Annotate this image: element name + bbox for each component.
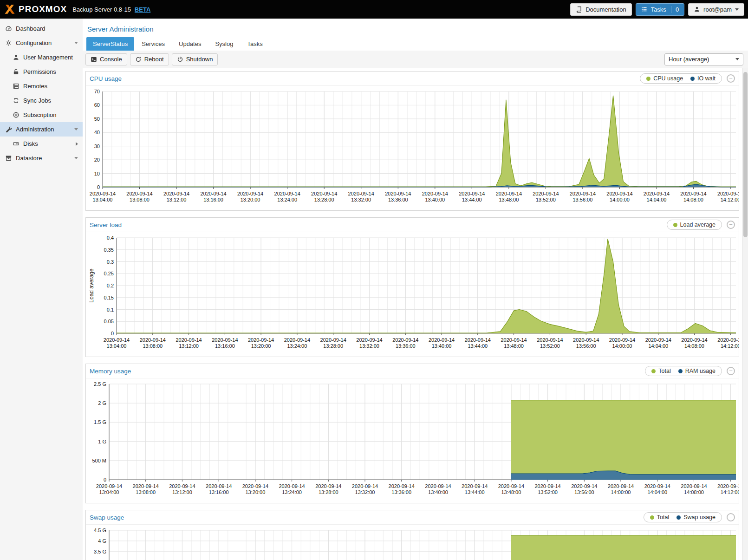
svg-text:2020-09-14: 2020-09-14 xyxy=(140,337,166,343)
svg-text:2020-09-14: 2020-09-14 xyxy=(90,191,116,196)
sidebar-item-label: Subscription xyxy=(23,111,57,118)
tasks-count-badge: 0 xyxy=(671,6,679,13)
svg-text:13:44:00: 13:44:00 xyxy=(462,197,482,202)
sidebar-item-datastore[interactable]: Datastore xyxy=(0,151,83,165)
collapse-panel-icon[interactable]: − xyxy=(727,74,735,83)
svg-text:2020-09-14: 2020-09-14 xyxy=(681,337,707,343)
svg-text:2020-09-14: 2020-09-14 xyxy=(606,191,632,196)
svg-text:13:28:00: 13:28:00 xyxy=(323,343,343,349)
legend-dot-icon xyxy=(676,515,681,520)
svg-text:2020-09-14: 2020-09-14 xyxy=(311,191,337,196)
sidebar-item-user-management[interactable]: User Management xyxy=(0,50,83,65)
svg-text:13:56:00: 13:56:00 xyxy=(574,489,594,495)
tab-serverstatus[interactable]: ServerStatus xyxy=(86,37,134,51)
svg-text:14:12:00: 14:12:00 xyxy=(721,197,739,202)
svg-text:13:44:00: 13:44:00 xyxy=(468,343,488,349)
sidebar-item-dashboard[interactable]: Dashboard xyxy=(0,21,83,36)
svg-text:13:08:00: 13:08:00 xyxy=(143,343,163,349)
svg-text:2020-09-14: 2020-09-14 xyxy=(237,191,263,196)
svg-text:2020-09-14: 2020-09-14 xyxy=(422,191,448,196)
svg-text:2020-09-14: 2020-09-14 xyxy=(645,337,671,343)
svg-text:2 G: 2 G xyxy=(98,400,106,406)
svg-text:2020-09-14: 2020-09-14 xyxy=(425,483,451,489)
svg-text:2020-09-14: 2020-09-14 xyxy=(206,483,232,489)
collapse-panel-icon[interactable]: − xyxy=(727,221,735,229)
shutdown-button[interactable]: Shutdown xyxy=(172,53,218,65)
sidebar-item-permissions[interactable]: Permissions xyxy=(0,65,83,79)
timeframe-select[interactable]: Hour (average) xyxy=(664,53,743,65)
sidebar-item-disks[interactable]: Disks xyxy=(0,137,83,151)
svg-text:14:00:00: 14:00:00 xyxy=(610,197,630,202)
wrench-icon xyxy=(5,126,12,133)
svg-text:500 M: 500 M xyxy=(92,458,106,463)
svg-text:2.5 G: 2.5 G xyxy=(94,381,106,387)
svg-text:13:32:00: 13:32:00 xyxy=(355,489,375,495)
scrollbar-thumb[interactable] xyxy=(743,72,748,237)
sidebar-item-label: Remotes xyxy=(23,83,47,90)
svg-text:2020-09-14: 2020-09-14 xyxy=(429,337,455,343)
reboot-button[interactable]: Reboot xyxy=(130,53,169,65)
svg-text:2020-09-14: 2020-09-14 xyxy=(104,337,130,343)
console-button[interactable]: Console xyxy=(85,53,127,65)
svg-text:3.5 G: 3.5 G xyxy=(94,549,106,554)
svg-text:13:04:00: 13:04:00 xyxy=(107,343,127,349)
expander-chevron-down-icon[interactable] xyxy=(74,128,78,130)
legend-item-total: Total xyxy=(650,514,669,521)
shutdown-label: Shutdown xyxy=(186,56,213,63)
legend-dot-icon xyxy=(651,369,656,373)
sidebar-item-label: Administration xyxy=(16,126,54,133)
user-label: root@pam xyxy=(703,6,732,13)
tab-services[interactable]: Services xyxy=(135,37,171,51)
svg-text:2020-09-14: 2020-09-14 xyxy=(348,191,374,196)
chart-swap-usage: 0500 M1 G1.5 G2 G2.5 G3 G3.5 G4 G4.5 G20… xyxy=(86,525,739,560)
panel-title: Memory usage xyxy=(90,368,131,375)
legend-item-load-average: Load average xyxy=(673,221,715,228)
legend-item-total: Total xyxy=(651,368,670,374)
svg-text:2020-09-14: 2020-09-14 xyxy=(248,337,274,343)
collapse-panel-icon[interactable]: − xyxy=(727,367,735,375)
sidebar-item-remotes[interactable]: Remotes xyxy=(0,79,83,93)
expander-chevron-down-icon[interactable] xyxy=(74,157,78,159)
collapse-panel-icon[interactable]: − xyxy=(727,513,735,521)
svg-text:14:12:00: 14:12:00 xyxy=(721,343,739,349)
expander-chevron-down-icon[interactable] xyxy=(74,42,78,44)
svg-text:2020-09-14: 2020-09-14 xyxy=(717,337,739,343)
tab-tasks[interactable]: Tasks xyxy=(241,37,269,51)
svg-text:2020-09-14: 2020-09-14 xyxy=(496,191,522,196)
beta-link[interactable]: BETA xyxy=(135,6,150,13)
tab-updates[interactable]: Updates xyxy=(172,37,208,51)
svg-text:60: 60 xyxy=(94,102,100,108)
sidebar-nav: DashboardConfigurationUser ManagementPer… xyxy=(0,19,83,560)
chart-svg-server-load: 00.050.10.150.20.250.30.350.42020-09-141… xyxy=(86,233,739,355)
svg-text:13:52:00: 13:52:00 xyxy=(538,489,558,495)
sidebar-item-sync-jobs[interactable]: Sync Jobs xyxy=(0,93,83,108)
sidebar-item-administration[interactable]: Administration xyxy=(0,122,83,137)
svg-text:4.5 G: 4.5 G xyxy=(94,527,106,533)
sidebar-item-configuration[interactable]: Configuration xyxy=(0,36,83,50)
svg-text:13:56:00: 13:56:00 xyxy=(572,197,592,202)
svg-text:14:08:00: 14:08:00 xyxy=(684,343,704,349)
svg-text:13:48:00: 13:48:00 xyxy=(499,197,519,202)
svg-text:14:12:00: 14:12:00 xyxy=(721,489,739,495)
sidebar-item-subscription[interactable]: Subscription xyxy=(0,108,83,122)
svg-text:2020-09-14: 2020-09-14 xyxy=(570,191,596,196)
expander-chevron-right-icon[interactable] xyxy=(76,142,78,146)
tasks-label: Tasks xyxy=(651,6,666,13)
tab-syslog[interactable]: Syslog xyxy=(208,37,240,51)
vertical-scrollbar[interactable] xyxy=(742,68,748,560)
svg-text:13:44:00: 13:44:00 xyxy=(465,489,485,495)
svg-text:13:24:00: 13:24:00 xyxy=(287,343,307,349)
svg-text:13:08:00: 13:08:00 xyxy=(136,489,156,495)
chart-legend: CPU usageIO wait xyxy=(640,73,722,84)
tasks-button[interactable]: Tasks 0 xyxy=(636,3,684,16)
reboot-label: Reboot xyxy=(144,56,164,63)
svg-text:10: 10 xyxy=(94,171,100,176)
chart-legend: TotalRAM usage xyxy=(645,366,722,376)
svg-text:13:32:00: 13:32:00 xyxy=(351,197,371,202)
svg-text:2020-09-14: 2020-09-14 xyxy=(537,337,563,343)
user-menu-button[interactable]: root@pam xyxy=(688,3,744,16)
svg-text:13:56:00: 13:56:00 xyxy=(576,343,596,349)
svg-text:2020-09-14: 2020-09-14 xyxy=(681,483,707,489)
documentation-button[interactable]: Documentation xyxy=(570,3,631,16)
svg-text:13:36:00: 13:36:00 xyxy=(396,343,416,349)
